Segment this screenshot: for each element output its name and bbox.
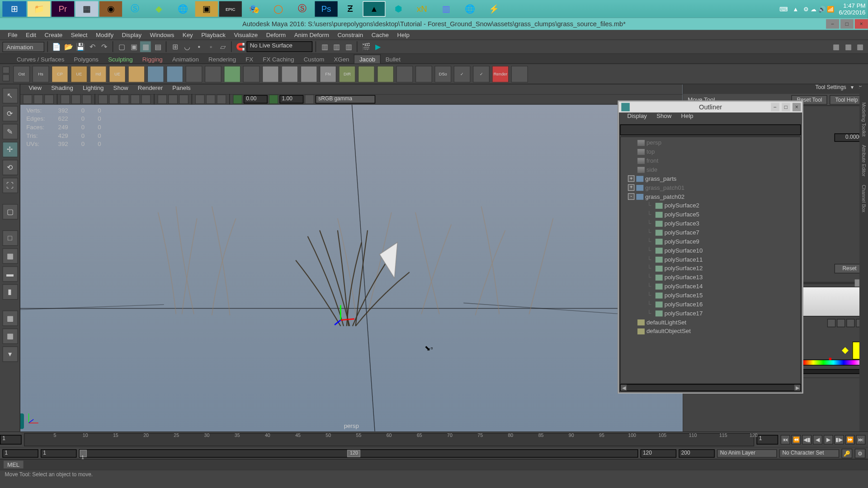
p4v-icon[interactable]: ◆ [147,1,170,17]
shelf-tab-xgen[interactable]: XGen [329,55,354,64]
outliner-item-polySurface16[interactable]: └polySurface16 [621,300,800,309]
move-gizmo[interactable] [331,302,355,328]
outliner-item-polySurface12[interactable]: └polySurface12 [621,264,800,273]
attribute-editor-tab[interactable]: Attribute Editor [861,141,867,180]
time-start-display[interactable]: 1 [0,435,22,444]
photoshop-icon[interactable]: Ps [315,1,337,17]
shelf-tab-rigging[interactable]: Rigging [137,55,167,64]
snap-g-icon[interactable]: ⊞ [170,41,180,52]
vp-menu-view[interactable]: View [24,84,47,94]
vp-gamma-val[interactable]: 1.00 [279,95,303,104]
shelf-opts-top[interactable] [2,66,9,74]
vp-menu-shading[interactable]: Shading [47,84,78,94]
menu-cache[interactable]: Cache [367,32,393,38]
shelf-button-26[interactable] [511,66,528,82]
shelf-button-14[interactable] [281,66,298,82]
app6-icon[interactable]: ⬢ [387,1,409,17]
script-lang-label[interactable]: MEL [4,460,23,468]
vp-bookmark[interactable] [33,94,43,104]
outliner-item-polySurface15[interactable]: └polySurface15 [621,291,800,300]
viewport[interactable]: Verts:39200Edges:62200Faces:24900Tris:42… [20,105,682,432]
outliner-item-polySurface10[interactable]: └polySurface10 [621,246,800,255]
outliner-item-front[interactable]: front [621,156,800,165]
outliner-item-polySurface14[interactable]: └polySurface14 [621,282,800,291]
panel-min-icon[interactable]: ▾ [849,84,856,94]
shelf-button-15[interactable] [301,66,317,82]
app2-icon[interactable]: ▣ [195,1,218,17]
anim-end[interactable]: 200 [679,449,714,458]
vp-grid[interactable] [61,94,70,104]
anim-layer-dropdown[interactable]: No Anim Layer [717,449,777,458]
lasso-tool[interactable]: ⟳ [2,106,18,121]
shelf-button-1[interactable]: Hs [32,66,49,82]
range-end[interactable]: 120 [641,449,676,458]
move-tool[interactable]: ✢ [2,142,18,157]
shelf-button-25[interactable]: Render [492,66,509,82]
expand-toggle[interactable]: + [628,175,635,182]
vp-light[interactable] [131,94,140,104]
scroll-right-arrow[interactable]: ▶ [794,385,800,390]
vp-gate[interactable] [71,94,81,104]
range-track[interactable]: 1 120 [79,449,638,458]
vp-ao[interactable] [157,94,167,104]
menu-anim-deform[interactable]: Anim Deform [290,32,333,38]
explorer-icon[interactable]: 📁 [28,1,50,17]
step-fwd-button[interactable]: ▮▶ [835,435,844,444]
menu-windows[interactable]: Windows [146,32,178,38]
outliner-menu-show[interactable]: Show [652,113,676,123]
zbrush-icon[interactable]: Ƶ [339,1,361,17]
shelf-button-20[interactable] [396,66,413,82]
app7-icon[interactable]: ▥ [434,1,457,17]
cb-toggle-icon[interactable]: ▦ [855,41,866,52]
vp-menu-panels[interactable]: Panels [168,84,196,94]
menu-deform[interactable]: Deform [262,32,290,38]
vp-iso[interactable] [195,94,205,104]
outliner-menu-help[interactable]: Help [676,113,698,123]
outliner-search[interactable] [620,124,801,135]
outliner-menu-display[interactable]: Display [623,113,652,123]
outliner-item-polySurface13[interactable]: └polySurface13 [621,273,800,282]
epic-icon[interactable]: EPIC [219,1,242,17]
shelf-opts-bot[interactable] [2,74,9,81]
step-back-button[interactable]: ◀▮ [802,435,811,444]
chrome2-icon[interactable]: 🌐 [458,1,481,17]
outliner-item-top[interactable]: top [621,147,800,156]
outliner-max[interactable]: □ [782,103,790,112]
goto-end-button[interactable]: ⏭ [856,435,865,444]
outliner-item-defaultObjectSet[interactable]: defaultObjectSet [621,327,800,336]
tray-up-icon[interactable]: ▲ [793,6,798,13]
shelf-button-23[interactable]: ✓ [454,66,471,82]
anim-start[interactable]: 1 [2,449,38,458]
vp-shadow[interactable] [141,94,151,104]
outliner-item-polySurface11[interactable]: └polySurface11 [621,255,800,264]
outliner-close[interactable]: × [793,103,801,112]
vp-menu-show[interactable]: Show [108,84,133,94]
menu-edit[interactable]: Edit [22,32,40,38]
vp-xray-j[interactable] [217,94,226,104]
tray-icons[interactable]: ⚙ ☁ 🔊 📶 [803,6,834,13]
snap-pl-icon[interactable]: ▱ [217,41,228,52]
layout-3b[interactable]: ▦ [2,328,18,344]
skype-icon[interactable]: Ⓢ [123,1,146,17]
scale-tool[interactable]: ⛶ [2,178,18,193]
color-marker-1[interactable] [842,347,849,354]
shelf-button-6[interactable] [128,66,145,82]
xnormal-icon[interactable]: xN [410,1,433,17]
outliner-item-grass_parts[interactable]: +grass_parts [621,174,800,183]
vp-sel-cam[interactable] [23,94,32,104]
shelf-button-7[interactable] [147,66,164,82]
vp-mb[interactable] [179,94,189,104]
play-fwd-button[interactable]: ▶ [824,435,833,444]
shelf-tab-animation[interactable]: Animation [167,55,203,64]
undo-icon[interactable]: ↶ [87,41,98,52]
shelf-tab-polygons[interactable]: Polygons [69,55,104,64]
save-icon[interactable]: 💾 [75,41,86,52]
in-icon[interactable]: ▥ [331,41,342,52]
app8-icon[interactable]: ⚡ [482,1,505,17]
ipr-icon[interactable]: ▶ [373,41,383,52]
shelf-button-13[interactable] [262,66,279,82]
app5-icon[interactable]: Ⓢ [291,1,313,17]
expand-toggle[interactable]: + [628,184,635,191]
select-tool[interactable]: ↖ [2,88,18,103]
calc-icon[interactable]: ▦ [75,1,98,17]
